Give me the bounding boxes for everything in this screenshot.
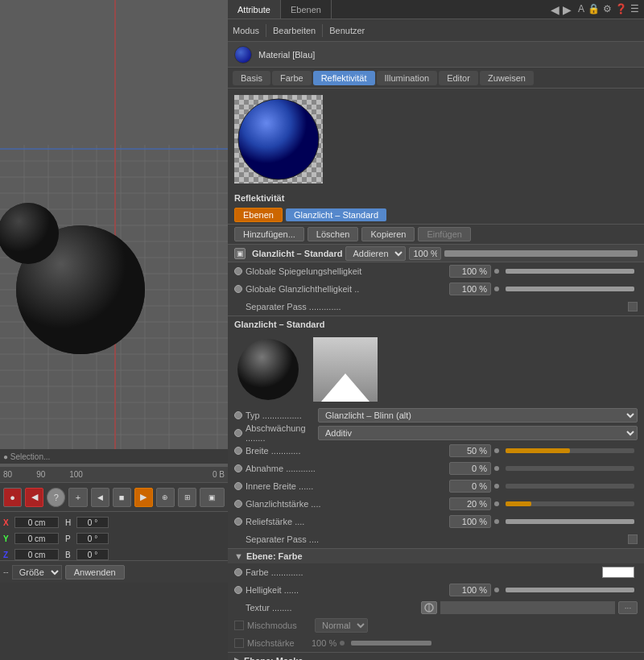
ebene-farbe-label: Ebene: Farbe (246, 551, 303, 561)
farbe-dot[interactable] (234, 568, 242, 576)
glanzlichtstaerke-input[interactable] (449, 497, 491, 510)
benutzer-btn[interactable]: Benutzer (329, 26, 365, 35)
breite-dot[interactable] (234, 447, 242, 455)
innere-breite-dot[interactable] (234, 482, 242, 490)
mischstaerke-stepper[interactable] (340, 641, 345, 646)
grid-btn[interactable]: ⊞ (178, 488, 196, 507)
stop-btn[interactable]: ■ (113, 488, 131, 507)
tab-ebenen[interactable]: Ebenen (281, 0, 332, 19)
ebene-maske-section[interactable]: ▶ Ebene: Maske (228, 652, 644, 660)
ebenen-btn-2[interactable]: Glanzlicht – Standard (286, 208, 386, 221)
help-btn[interactable]: ? (47, 488, 65, 507)
play-back-btn[interactable]: ◀ (25, 488, 43, 507)
prop-row-global-spiegel: Globale Spiegelungshelligkeit (228, 262, 644, 280)
abschwaechung-select[interactable]: Additiv (318, 426, 638, 440)
helligkeit-dot[interactable] (234, 586, 242, 594)
render-btn[interactable]: ▣ (200, 488, 225, 507)
p-input[interactable] (76, 533, 109, 544)
innere-breite-stepper[interactable] (494, 484, 499, 489)
modus-btn[interactable]: Modus (233, 26, 259, 35)
nav-left-icon[interactable]: ◀ (551, 3, 559, 16)
tab-attribute[interactable]: Attribute (228, 0, 281, 19)
reliefstaerke-dot[interactable] (234, 518, 242, 526)
add-keyframe-btn[interactable]: + (68, 488, 87, 507)
textur-more-btn[interactable]: ··· (618, 601, 638, 614)
hinzufuegen-btn[interactable]: Hinzufügen... (234, 227, 304, 241)
reflektivitaet-header: Reflektivität (228, 190, 644, 206)
mischmodus-check[interactable] (234, 621, 244, 630)
nav-right-icon[interactable]: ▶ (563, 3, 572, 16)
reliefstaerke-input[interactable] (449, 515, 491, 528)
h-input[interactable] (76, 517, 109, 528)
prop-dot-spiegel[interactable] (234, 267, 242, 275)
typ-select[interactable]: Glanzlicht – Blinn (alt) (318, 408, 638, 423)
sub-tab-zuweisen[interactable]: Zuweisen (480, 71, 534, 85)
record-btn[interactable]: ● (3, 488, 22, 507)
prop-dot-glanz[interactable] (234, 285, 242, 293)
innere-breite-input[interactable] (449, 480, 491, 493)
sub-tab-farbe[interactable]: Farbe (272, 71, 312, 85)
viewport-3d[interactable]: ● Selection... 80 90 100 0 B ● ◀ ? + ◀ ■… (0, 0, 228, 660)
sub-tab-illumination[interactable]: Illumination (377, 71, 438, 85)
global-spiegel-input[interactable] (449, 265, 491, 278)
kopieren-btn[interactable]: Kopieren (361, 227, 415, 241)
sep-pass-checkbox[interactable] (628, 302, 638, 311)
spiegel-arrow (494, 269, 499, 274)
innere-breite-slider[interactable] (506, 484, 634, 489)
x-input[interactable] (14, 517, 59, 528)
loeschen-btn[interactable]: Löschen (308, 227, 359, 241)
abnahme-slider[interactable] (506, 466, 634, 471)
blend-percent-input[interactable] (409, 247, 441, 260)
breite-stepper[interactable] (494, 448, 499, 453)
global-glanz-input[interactable] (449, 283, 491, 295)
glanzlichtstaerke-dot[interactable] (234, 500, 242, 508)
einfuegen-btn[interactable]: Einfügen (418, 227, 470, 241)
spiegel-slider[interactable] (506, 269, 634, 274)
b-input[interactable] (76, 549, 109, 560)
prev-keyframe-btn[interactable]: ◀ (91, 488, 109, 507)
mischmodus-select[interactable]: Normal (315, 618, 368, 633)
apply-button[interactable]: Anwenden (65, 565, 125, 580)
size-dash: -- (3, 567, 9, 576)
blend-mode-select[interactable]: Addieren (345, 246, 406, 261)
ebene-farbe-section[interactable]: ▼ Ebene: Farbe (228, 548, 644, 563)
breite-label: Breite ............ (246, 446, 449, 456)
mischstaerke-check[interactable] (234, 638, 244, 648)
breite-input[interactable] (449, 444, 491, 457)
abnahme-stepper[interactable] (494, 466, 499, 471)
y-input[interactable] (14, 533, 59, 544)
bearbeiten-btn[interactable]: Bearbeiten (273, 26, 316, 35)
b-value: 0 B (213, 470, 225, 479)
global-spiegel-label: Globale Spiegelungshelligkeit (246, 266, 449, 276)
glanzlichtstaerke-slider[interactable] (506, 501, 634, 506)
menu-icon[interactable]: ☰ (630, 3, 639, 16)
helligkeit-slider[interactable] (506, 588, 634, 592)
motion-btn[interactable]: ⊕ (156, 488, 175, 507)
glanz-slider[interactable] (506, 287, 634, 291)
glanzlichtstaerke-stepper[interactable] (494, 501, 499, 506)
abnahme-dot[interactable] (234, 464, 242, 472)
z-input[interactable] (14, 549, 59, 560)
lock-icon[interactable]: 🔒 (588, 3, 600, 16)
ebenen-btn-1[interactable]: Ebenen (234, 208, 283, 222)
sub-tab-reflektivitaet[interactable]: Reflektivität (313, 71, 375, 85)
color-swatch[interactable] (602, 567, 634, 578)
helligkeit-input[interactable] (449, 584, 491, 596)
abnahme-input[interactable] (449, 462, 491, 475)
play-btn[interactable]: ▶ (134, 488, 153, 507)
blend-slider[interactable] (444, 250, 638, 257)
sep-pass-2-checkbox[interactable] (628, 534, 638, 544)
sub-tab-basis[interactable]: Basis (233, 71, 270, 85)
help-icon-header[interactable]: ❓ (615, 3, 627, 16)
reliefstaerke-stepper[interactable] (494, 519, 499, 524)
gear-icon[interactable]: ⚙ (603, 3, 612, 16)
sub-tab-editor[interactable]: Editor (439, 71, 478, 85)
textur-btn[interactable] (421, 601, 437, 614)
mischstaerke-slider[interactable] (351, 641, 431, 646)
breite-slider[interactable] (506, 448, 634, 453)
farbe-label: Farbe ............. (246, 567, 602, 577)
helligkeit-stepper[interactable] (494, 588, 499, 592)
tools-icon[interactable]: A (578, 3, 584, 16)
size-dropdown[interactable]: Größe (12, 565, 62, 580)
reliefstaerke-slider[interactable] (506, 519, 634, 524)
